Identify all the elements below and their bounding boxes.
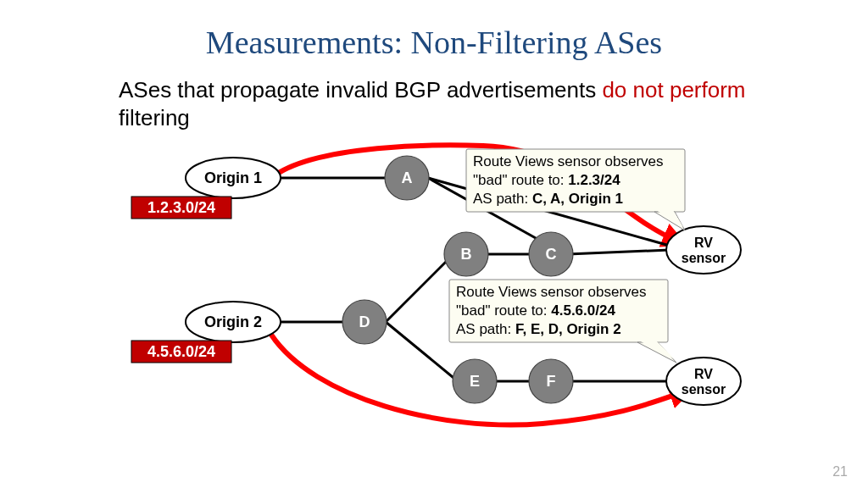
as-node-a: A — [385, 156, 429, 200]
svg-text:E: E — [470, 373, 480, 390]
svg-text:4.5.6.0/24: 4.5.6.0/24 — [147, 343, 215, 360]
svg-text:"bad" route to: 1.2.3/24: "bad" route to: 1.2.3/24 — [473, 172, 620, 188]
as-node-d: D — [342, 300, 387, 344]
prefix-1-badge: 1.2.3.0/24 — [131, 197, 231, 219]
rv-sensor-2: RV sensor — [666, 358, 741, 405]
as-node-e: E — [453, 359, 497, 403]
origin-1-node: Origin 1 — [186, 158, 281, 198]
svg-text:Route Views sensor observes: Route Views sensor observes — [456, 284, 647, 300]
callout-2: Route Views sensor observes "bad" route … — [449, 280, 676, 363]
svg-text:sensor: sensor — [682, 382, 726, 396]
diagram-canvas: Origin 1 1.2.3.0/24 Origin 2 4.5.6.0/24 … — [0, 0, 868, 488]
origin-2-node: Origin 2 — [186, 302, 281, 342]
svg-text:sensor: sensor — [682, 251, 726, 265]
as-node-c: C — [529, 232, 573, 276]
svg-text:F: F — [547, 373, 556, 390]
svg-text:C: C — [546, 246, 557, 263]
svg-text:1.2.3.0/24: 1.2.3.0/24 — [147, 199, 215, 216]
svg-text:AS path: C, A, Origin 1: AS path: C, A, Origin 1 — [473, 191, 623, 207]
svg-line-4 — [568, 250, 670, 254]
svg-text:D: D — [359, 313, 370, 330]
svg-line-7 — [386, 322, 458, 381]
svg-text:RV: RV — [694, 367, 713, 381]
prefix-2-badge: 4.5.6.0/24 — [131, 341, 231, 363]
as-node-b: B — [444, 232, 488, 276]
svg-text:AS path: F, E, D, Origin 2: AS path: F, E, D, Origin 2 — [456, 321, 621, 337]
svg-text:"bad" route to: 4.5.6.0/24: "bad" route to: 4.5.6.0/24 — [456, 302, 615, 319]
svg-text:RV: RV — [694, 236, 713, 250]
svg-line-6 — [386, 258, 449, 322]
svg-text:A: A — [402, 169, 413, 186]
rv-sensor-1: RV sensor — [666, 226, 741, 274]
svg-text:Origin 1: Origin 1 — [204, 169, 262, 186]
svg-text:Origin 2: Origin 2 — [204, 313, 262, 330]
slide-number: 21 — [832, 464, 848, 480]
as-node-f: F — [529, 359, 573, 403]
svg-text:Route Views sensor observes: Route Views sensor observes — [473, 153, 664, 169]
svg-text:B: B — [461, 246, 472, 263]
